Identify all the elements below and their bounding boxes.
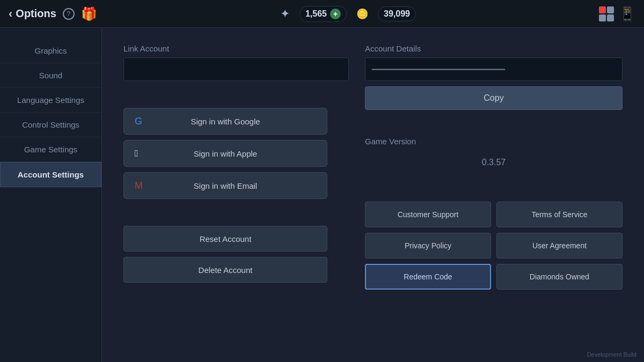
redeem-code-button[interactable]: Redeem Code <box>365 264 491 290</box>
phone-icon[interactable]: 📱 <box>619 6 635 21</box>
right-panel: Account Details ━━━━━━━━━━━━━━━━━━━━━━━━… <box>365 44 623 346</box>
currency-1-group: 1,565 + <box>299 6 347 22</box>
sidebar-item-graphics[interactable]: Graphics <box>0 39 101 63</box>
sidebar-item-language[interactable]: Language Settings <box>0 88 101 113</box>
link-account-input[interactable] <box>123 57 349 81</box>
back-button[interactable]: ‹ Options <box>9 7 56 21</box>
support-grid: Customer Support Terms of Service Privac… <box>365 202 623 290</box>
currency-1-value: 1,565 <box>305 9 327 19</box>
sidebar-item-sound[interactable]: Sound <box>0 63 101 88</box>
sidebar-item-game[interactable]: Game Settings <box>0 137 101 162</box>
game-version-label: Game Version <box>365 137 623 146</box>
reset-account-button[interactable]: Reset Account <box>123 226 327 252</box>
privacy-policy-button[interactable]: Privacy Policy <box>365 233 491 258</box>
dev-build-label: Development Build <box>587 351 636 358</box>
currency-2-value: 39,099 <box>384 9 410 19</box>
apple-signin-label: Sign in with Apple <box>194 149 257 158</box>
bottom-actions: Reset Account Delete Account <box>123 226 349 283</box>
grid-cell-2 <box>607 6 614 13</box>
email-signin-label: Sign in with Email <box>194 181 257 190</box>
options-title: Options <box>16 8 56 20</box>
email-icon: M <box>135 180 143 191</box>
apple-signin-button[interactable]:  Sign in with Apple <box>123 140 327 167</box>
terms-of-service-button[interactable]: Terms of Service <box>496 202 623 227</box>
copy-button[interactable]: Copy <box>365 86 623 110</box>
gift-icon[interactable]: 🎁 <box>81 6 97 21</box>
google-icon: G <box>135 116 142 127</box>
compass-icon: ✦ <box>280 7 290 21</box>
account-details-section: Account Details ━━━━━━━━━━━━━━━━━━━━━━━━… <box>365 44 623 115</box>
currency-1-plus-button[interactable]: + <box>330 9 341 19</box>
grid-cell-1 <box>599 6 606 13</box>
delete-account-button[interactable]: Delete Account <box>123 257 327 283</box>
top-center: ✦ 1,565 + 🪙 39,099 <box>280 6 416 22</box>
account-details-label: Account Details <box>365 44 623 53</box>
sidebar: Graphics Sound Language Settings Control… <box>0 28 102 362</box>
email-signin-button[interactable]: M Sign in with Email <box>123 172 327 199</box>
user-agreement-button[interactable]: User Agreement <box>496 233 623 258</box>
top-bar: ‹ Options ? 🎁 ✦ 1,565 + 🪙 39,099 📱 <box>0 0 644 28</box>
sidebar-item-control[interactable]: Control Settings <box>0 113 101 137</box>
currency-2-group: 39,099 <box>378 6 416 21</box>
gem-icon: 🪙 <box>356 8 368 20</box>
sign-in-buttons: G Sign in with Google  Sign in with App… <box>123 108 349 199</box>
back-arrow-icon: ‹ <box>9 7 12 21</box>
sidebar-item-account[interactable]: Account Settings <box>0 162 101 187</box>
grid-icon[interactable] <box>599 6 614 21</box>
version-number: 0.3.57 <box>365 150 623 175</box>
grid-cell-4 <box>607 14 614 21</box>
top-right: 📱 <box>599 6 635 21</box>
link-account-section: Link Account <box>123 44 349 81</box>
content-area: Link Account G Sign in with Google  Sig… <box>102 28 644 362</box>
left-panel: Link Account G Sign in with Google  Sig… <box>123 44 365 346</box>
help-button[interactable]: ? <box>63 8 75 20</box>
account-id-box: ━━━━━━━━━━━━━━━━━━━━━━━━━━━━━━━ <box>365 57 623 81</box>
customer-support-button[interactable]: Customer Support <box>365 202 491 227</box>
google-signin-button[interactable]: G Sign in with Google <box>123 108 327 135</box>
diamonds-owned-button[interactable]: Diamonds Owned <box>496 264 623 290</box>
main-layout: Graphics Sound Language Settings Control… <box>0 28 644 362</box>
google-signin-label: Sign in with Google <box>191 117 260 126</box>
top-left: ‹ Options ? 🎁 <box>9 6 97 21</box>
game-version-section: Game Version 0.3.57 <box>365 137 623 175</box>
account-id-value: ━━━━━━━━━━━━━━━━━━━━━━━━━━━━━━━ <box>372 65 505 73</box>
apple-icon:  <box>135 148 138 159</box>
link-account-label: Link Account <box>123 44 349 53</box>
grid-cell-3 <box>599 14 606 21</box>
